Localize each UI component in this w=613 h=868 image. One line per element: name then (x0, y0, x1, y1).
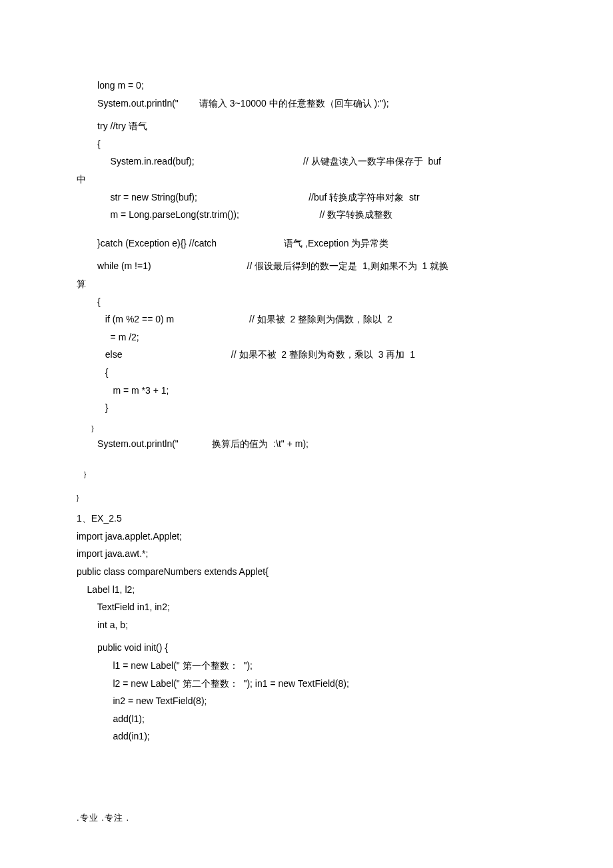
code-line: public class compareNumbers extends Appl… (77, 563, 536, 581)
comment-fragment: // 从键盘读入一数字串保存于 buf (195, 153, 441, 171)
code-line: System.out.println(" 请输入 3~10000 中的任意整数（… (77, 95, 536, 113)
comment-fragment: // 如果被 2 整除则为偶数，除以 2 (174, 310, 392, 328)
comment-fragment: 换算后的值为 :\t" + m); (179, 435, 308, 453)
code-line: System.in.read(buf); // 从键盘读入一数字串保存于 buf (77, 153, 536, 171)
code-line: { (77, 364, 536, 382)
code-line: public void init() { (77, 639, 536, 657)
code-line: while (m !=1) // 假设最后得到的数一定是 1,则如果不为 1 就… (77, 257, 536, 275)
code-fragment: else (77, 346, 122, 364)
code-line: import java.awt.*; (77, 545, 536, 563)
document-page: long m = 0; System.out.println(" 请输入 3~1… (0, 0, 613, 851)
code-line: add(l1); (77, 710, 536, 728)
comment-fragment: 语气 ,Exception 为异常类 (217, 234, 388, 252)
comment-fragment: // 数字转换成整数 (239, 206, 392, 224)
comment-fragment: //buf 转换成字符串对象 str (197, 189, 420, 207)
comment-fragment: 请输入 3~10000 中的任意整数（回车确认 ):"); (179, 95, 389, 113)
code-line: Label l1, l2; (77, 581, 536, 599)
code-fragment: while (m !=1) (77, 257, 151, 275)
code-fragment: str = new String(buf); (77, 189, 197, 207)
code-line: } (77, 422, 536, 435)
code-line: TextField in1, in2; (77, 598, 536, 616)
code-fragment: if (m %2 == 0) m (77, 310, 174, 328)
comment-fragment: // 如果不被 2 整除则为奇数，乘以 3 再加 1 (122, 346, 415, 364)
footer-row: .专业 .专注 . (77, 812, 536, 824)
code-line: else // 如果不被 2 整除则为奇数，乘以 3 再加 1 (77, 346, 536, 364)
code-line: add(in1); (77, 727, 536, 745)
code-line: = m /2; (77, 328, 536, 346)
code-line: System.out.println(" 换算后的值为 :\t" + m); (77, 435, 536, 453)
code-line: m = m *3 + 1; (77, 382, 536, 400)
code-line: in2 = new TextField(8); (77, 692, 536, 710)
code-line: try //try 语气 (77, 117, 536, 135)
code-line: int a, b; (77, 616, 536, 634)
code-line: } (77, 468, 536, 481)
code-line: } (77, 492, 536, 504)
code-line: str = new String(buf); //buf 转换成字符串对象 st… (77, 189, 536, 207)
code-line: l1 = new Label(" 第一个整数： "); (77, 657, 536, 675)
code-fragment: System.out.println(" (77, 435, 179, 453)
heading-line: 1、EX_2.5 (77, 510, 536, 528)
code-line: l2 = new Label(" 第二个整数： "); in1 = new Te… (77, 675, 536, 693)
code-line: import java.applet.Applet; (77, 528, 536, 546)
code-line: m = Long.parseLong(str.trim()); // 数字转换成… (77, 206, 536, 224)
footer-text: .专业 .专注 . (77, 813, 129, 823)
code-line: long m = 0; (77, 77, 536, 95)
code-fragment: }catch (Exception e){} //catch (77, 234, 217, 252)
code-line: }catch (Exception e){} //catch 语气 ,Excep… (77, 234, 536, 252)
code-fragment: m = Long.parseLong(str.trim()); (77, 206, 239, 224)
code-line: if (m %2 == 0) m // 如果被 2 整除则为偶数，除以 2 (77, 310, 536, 328)
code-fragment: System.in.read(buf); (77, 153, 195, 171)
comment-fragment: // 假设最后得到的数一定是 1,则如果不为 1 就换 (151, 257, 449, 275)
code-line: { (77, 293, 536, 311)
code-fragment: System.out.println(" (77, 95, 179, 113)
code-line: 算 (77, 275, 536, 293)
code-line: { (77, 135, 536, 153)
code-line: 中 (77, 171, 536, 189)
code-line: } (77, 399, 536, 417)
